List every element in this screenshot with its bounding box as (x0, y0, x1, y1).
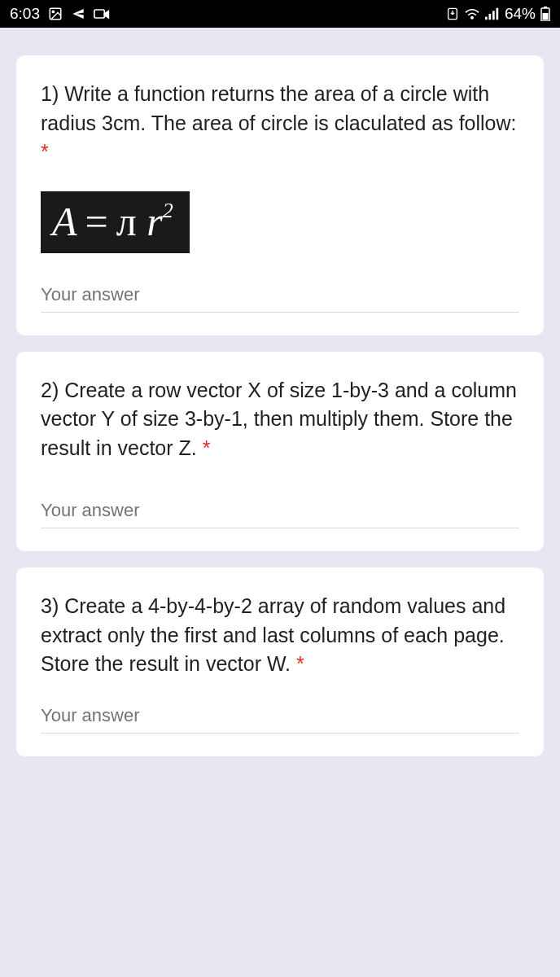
signal-icon (485, 7, 500, 20)
required-asterisk: * (41, 140, 49, 163)
question-text-2: 2) Create a row vector X of size 1-by-3 … (41, 376, 519, 463)
svg-point-4 (471, 17, 473, 19)
video-icon (94, 7, 110, 20)
formula-image: A=л r2 (41, 191, 190, 253)
send-icon (71, 7, 85, 21)
gallery-icon (48, 7, 63, 21)
wifi-icon (464, 7, 480, 20)
question-body-2: 2) Create a row vector X of size 1-by-3 … (41, 379, 517, 459)
question-body-1: 1) Write a function returns the area of … (41, 82, 517, 134)
svg-point-1 (52, 11, 54, 12)
status-time: 6:03 (10, 5, 40, 23)
form-content: 1) Write a function returns the area of … (0, 28, 560, 756)
question-text-3: 3) Create a 4-by-4-by-2 array of random … (41, 592, 519, 679)
svg-rect-6 (488, 14, 491, 20)
battery-percent: 64% (505, 5, 536, 23)
battery-icon (540, 7, 550, 21)
required-asterisk: * (296, 652, 304, 675)
answer-input-2[interactable] (41, 497, 519, 528)
svg-rect-5 (485, 17, 488, 20)
svg-rect-7 (492, 11, 495, 20)
status-right: 64% (446, 5, 550, 23)
status-left: 6:03 (10, 5, 110, 23)
answer-input-3[interactable] (41, 702, 519, 734)
svg-rect-8 (496, 8, 498, 20)
svg-rect-2 (94, 10, 104, 18)
question-body-3: 3) Create a 4-by-4-by-2 array of random … (41, 594, 505, 675)
svg-rect-11 (543, 13, 549, 20)
answer-input-1[interactable] (41, 281, 519, 313)
required-asterisk: * (203, 436, 211, 459)
question-card-3: 3) Create a 4-by-4-by-2 array of random … (16, 567, 544, 756)
status-bar: 6:03 64% (0, 0, 560, 28)
question-text-1: 1) Write a function returns the area of … (41, 80, 519, 167)
app-update-icon (446, 7, 459, 20)
question-card-1: 1) Write a function returns the area of … (16, 55, 544, 335)
question-card-2: 2) Create a row vector X of size 1-by-3 … (16, 352, 544, 552)
